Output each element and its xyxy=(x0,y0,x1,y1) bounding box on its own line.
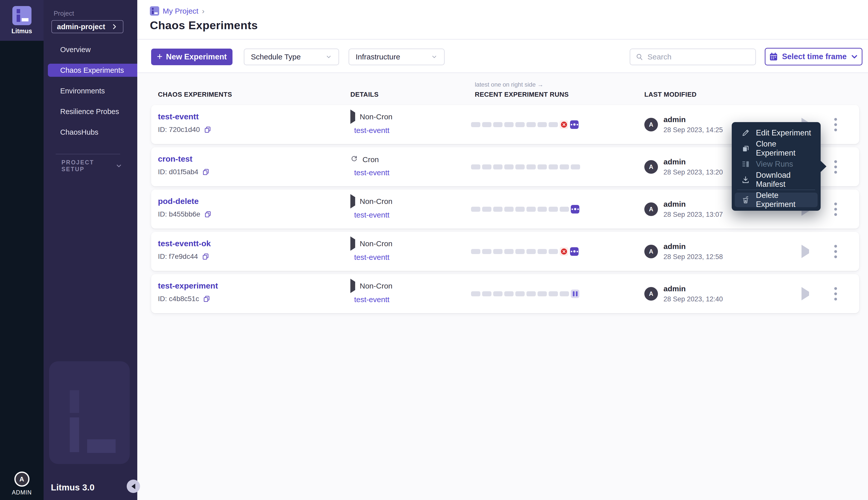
project-selector[interactable]: admin-project xyxy=(52,20,123,33)
experiment-name-link[interactable]: cron-test xyxy=(158,154,192,164)
project-setup-toggle[interactable]: PROJECT SETUP xyxy=(61,159,122,173)
sidebar-collapse-button[interactable] xyxy=(127,480,140,493)
running-run-icon[interactable] xyxy=(570,247,578,256)
user-avatar[interactable]: A xyxy=(14,471,30,487)
menu-item-view-runs[interactable]: View Runs xyxy=(732,156,821,172)
experiment-id: ID: c4b8c51c xyxy=(158,295,199,303)
experiment-id: ID: 720c1d40 xyxy=(158,126,200,134)
sidebar-item-chaos-experiments[interactable]: Chaos Experiments xyxy=(48,64,137,77)
run-placeholder xyxy=(527,122,536,127)
run-placeholder xyxy=(493,164,503,169)
row-menu-button[interactable] xyxy=(832,284,839,303)
recent-experiment-runs xyxy=(471,147,582,186)
experiment-link[interactable]: test-eventt xyxy=(354,253,390,262)
copy-icon[interactable] xyxy=(202,168,210,176)
last-modified: A admin 28 Sep 2023, 12:58 xyxy=(644,232,723,271)
run-placeholder xyxy=(504,249,514,254)
play-icon xyxy=(801,245,809,258)
run-placeholder xyxy=(504,207,514,212)
paused-run-icon[interactable] xyxy=(571,289,579,298)
menu-item-edit-experiment[interactable]: Edit Experiment xyxy=(732,125,821,141)
calendar-icon xyxy=(769,52,778,61)
table-row-test-experiment[interactable]: test-experiment ID: c4b8c51c Non-Cron te… xyxy=(151,274,859,313)
row-menu-button[interactable] xyxy=(832,158,839,176)
run-placeholder xyxy=(471,122,480,127)
run-placeholder xyxy=(527,249,536,254)
menu-item-delete-experiment[interactable]: Delete Experiment xyxy=(735,193,818,207)
run-placeholder xyxy=(482,249,492,254)
copy-icon[interactable] xyxy=(202,253,209,260)
column-header-details: DETAILS xyxy=(350,91,379,99)
recent-experiment-runs xyxy=(471,274,582,313)
experiment-link[interactable]: test-eventt xyxy=(354,295,390,304)
sidebar-item-resilience-probes[interactable]: Resilience Probes xyxy=(44,105,137,118)
sidebar-item-overview[interactable]: Overview xyxy=(44,43,137,56)
copy-icon[interactable] xyxy=(204,211,212,218)
new-experiment-button[interactable]: + New Experiment xyxy=(151,48,233,65)
litmus-app: Litmus A ADMIN Project admin-project Ove… xyxy=(0,0,868,500)
sidebar-item-chaoshubs[interactable]: ChaosHubs xyxy=(44,126,137,139)
modified-by: admin xyxy=(664,200,723,208)
infrastructure-select[interactable]: Infrastructure xyxy=(349,48,444,65)
schedule-type-select[interactable]: Schedule Type xyxy=(244,48,339,65)
schedule-type-select-value: Schedule Type xyxy=(251,53,301,61)
experiment-name-link[interactable]: test-experiment xyxy=(158,281,218,291)
rail-user-area: A ADMIN xyxy=(0,471,44,496)
experiment-link[interactable]: test-eventt xyxy=(354,168,390,177)
left-rail: Litmus A ADMIN xyxy=(0,0,44,500)
run-placeholder xyxy=(471,164,480,169)
run-placeholder xyxy=(571,164,580,169)
run-placeholder xyxy=(493,122,503,127)
app-version: Litmus 3.0 xyxy=(51,482,94,492)
run-placeholder xyxy=(504,291,514,296)
run-placeholder xyxy=(538,249,547,254)
table-row-test-eventt-ok[interactable]: test-eventt-ok ID: f7e9dc44 Non-Cron tes… xyxy=(151,232,859,271)
time-frame-button[interactable]: Select time frame xyxy=(765,48,863,66)
row-menu-button[interactable] xyxy=(832,242,839,261)
breadcrumb-project-link[interactable]: My Project xyxy=(163,7,199,15)
run-placeholder xyxy=(549,207,558,212)
copy-icon[interactable] xyxy=(204,126,211,134)
experiment-link[interactable]: test-eventt xyxy=(354,126,390,135)
schedule-type: Non-Cron xyxy=(360,239,393,248)
run-placeholder xyxy=(515,291,525,296)
run-placeholder xyxy=(493,249,503,254)
modified-by: admin xyxy=(664,284,723,293)
search-input[interactable] xyxy=(647,53,750,61)
running-run-icon[interactable] xyxy=(570,120,578,129)
sidebar-divider xyxy=(56,154,120,154)
running-run-icon[interactable] xyxy=(571,205,579,214)
recent-experiment-runs xyxy=(471,105,582,144)
failed-run-icon[interactable] xyxy=(560,247,568,256)
run-experiment-button[interactable] xyxy=(799,287,812,300)
run-placeholder xyxy=(471,291,480,296)
last-modified: A admin 28 Sep 2023, 12:40 xyxy=(644,274,723,313)
copy-icon[interactable] xyxy=(203,295,210,303)
menu-divider xyxy=(737,190,815,190)
schedule-type: Non-Cron xyxy=(360,282,393,290)
sidebar-item-environments[interactable]: Environments xyxy=(44,84,137,98)
experiment-name-link[interactable]: test-eventt-ok xyxy=(158,239,211,248)
schedule-type: Non-Cron xyxy=(360,113,393,121)
menu-item-download-manifest[interactable]: Download Manifest xyxy=(732,172,821,188)
run-placeholder xyxy=(527,207,536,212)
menu-item-clone-experiment[interactable]: Clone Experiment xyxy=(732,141,821,156)
sidebar: Project admin-project Overview Chaos Exp… xyxy=(44,0,137,500)
non-cron-icon xyxy=(350,194,355,208)
experiment-link[interactable]: test-eventt xyxy=(354,211,390,219)
failed-run-icon[interactable] xyxy=(560,120,568,129)
run-placeholder xyxy=(493,291,503,296)
last-modified: A admin 28 Sep 2023, 13:20 xyxy=(644,147,723,186)
project-selector-value: admin-project xyxy=(57,23,105,31)
column-header-experiments: CHAOS EXPERIMENTS xyxy=(158,91,232,99)
run-experiment-button[interactable] xyxy=(799,245,812,258)
run-placeholder xyxy=(538,122,547,127)
run-placeholder xyxy=(515,164,525,169)
experiment-name-link[interactable]: test-eventt xyxy=(158,112,199,121)
experiment-name-link[interactable]: pod-delete xyxy=(158,197,199,206)
litmus-logo-icon[interactable] xyxy=(12,6,32,25)
recent-experiment-runs xyxy=(471,232,582,271)
row-menu-button[interactable] xyxy=(832,200,839,218)
play-icon xyxy=(801,287,809,300)
row-menu-button[interactable] xyxy=(832,115,839,134)
